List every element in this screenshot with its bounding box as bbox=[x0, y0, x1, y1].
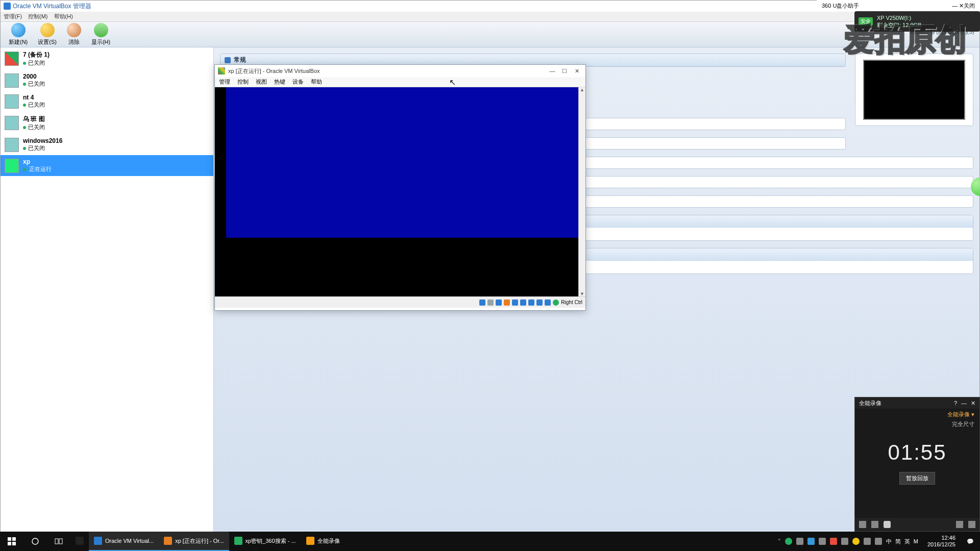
start-button[interactable] bbox=[0, 532, 23, 551]
vm-statusbar: Right Ctrl bbox=[215, 296, 585, 308]
vm-maximize-button[interactable]: ☐ bbox=[559, 66, 570, 76]
preview-thumbnail bbox=[863, 60, 965, 120]
tray-sync-icon[interactable] bbox=[807, 538, 815, 545]
recorder-titlebar[interactable]: 全能录像 ? — ✕ bbox=[855, 397, 979, 409]
vm-menubar[interactable]: 管理 控制 视图 热键 设备 帮助 bbox=[215, 77, 585, 87]
usb-helper-title: 360 U盘小助手 bbox=[822, 2, 859, 10]
svg-rect-1 bbox=[12, 537, 16, 541]
recorder-list-icon[interactable] bbox=[968, 521, 975, 528]
vm-list[interactable]: 7 (备份 1) 已关闭 2000 已关闭 nt 4 已关闭 乌 班 图 已关闭… bbox=[1, 47, 214, 536]
menu-file[interactable]: 管理(F) bbox=[4, 13, 22, 20]
toolbar-new-button[interactable]: 新建(N) bbox=[4, 22, 33, 47]
recorder-mode-dropdown[interactable]: 全能录像 ▾ bbox=[855, 409, 979, 420]
svg-rect-2 bbox=[8, 542, 11, 545]
vm-menu-manage[interactable]: 管理 bbox=[219, 78, 230, 86]
usb-drive-space: 剩余空间: 12.9GB bbox=[877, 21, 921, 29]
vm-scrollbar[interactable] bbox=[578, 87, 585, 296]
section-general[interactable]: 常规 bbox=[234, 56, 246, 64]
recorder-settings-icon[interactable] bbox=[956, 521, 963, 528]
vm-menu-help[interactable]: 帮助 bbox=[311, 78, 322, 86]
recorder-minimize-button[interactable]: — bbox=[961, 400, 967, 407]
taskbar-app[interactable]: xp密钥_360搜索 - ... bbox=[229, 532, 301, 551]
status-hd-icon[interactable] bbox=[479, 299, 485, 306]
svg-rect-5 bbox=[55, 539, 58, 544]
vm-list-item[interactable]: 7 (备份 1) 已关闭 bbox=[1, 47, 213, 70]
status-record-icon[interactable] bbox=[528, 299, 534, 306]
tray-cloud-icon[interactable] bbox=[819, 538, 826, 545]
tray-volume-icon[interactable] bbox=[875, 538, 882, 545]
task-view-button[interactable] bbox=[47, 532, 70, 551]
vm-os-icon bbox=[5, 138, 19, 152]
tray-360-icon[interactable] bbox=[852, 538, 860, 545]
tray-shield-icon[interactable] bbox=[830, 538, 837, 545]
vm-menu-view[interactable]: 视图 bbox=[256, 78, 267, 86]
vm-list-item[interactable]: 2000 已关闭 bbox=[1, 70, 213, 91]
status-keyboard-icon[interactable] bbox=[553, 299, 559, 306]
new-icon bbox=[11, 23, 26, 37]
vm-menu-devices[interactable]: 设备 bbox=[292, 78, 304, 86]
vm-guest-screen[interactable] bbox=[226, 87, 578, 238]
menu-help[interactable]: 帮助(H) bbox=[54, 13, 73, 20]
vm-list-item[interactable]: 乌 班 图 已关闭 bbox=[1, 112, 213, 134]
vm-state: ▶ 正在运行 bbox=[23, 165, 52, 173]
toolbar-discard-button[interactable]: 清除 bbox=[62, 22, 86, 47]
vm-name: 7 (备份 1) bbox=[23, 51, 50, 59]
vm-menu-control[interactable]: 控制 bbox=[237, 78, 249, 86]
vm-minimize-button[interactable]: — bbox=[547, 66, 558, 76]
vm-list-item[interactable]: windows2016 已关闭 bbox=[1, 134, 213, 155]
status-net-icon[interactable] bbox=[504, 299, 510, 306]
screen-recorder-panel[interactable]: 全能录像 ? — ✕ 全能录像 ▾ 完全尺寸 01:55 暂放回放 bbox=[854, 397, 980, 532]
status-mouse-icon[interactable] bbox=[545, 299, 551, 306]
recorder-pause-button[interactable]: 暂放回放 bbox=[899, 472, 935, 485]
recorder-help-button[interactable]: ? bbox=[954, 400, 957, 407]
action-center-button[interactable]: 💬 bbox=[964, 532, 977, 551]
menu-machine[interactable]: 控制(M) bbox=[28, 13, 48, 20]
recorder-time: 01:55 bbox=[855, 430, 979, 472]
recorder-tag-icon[interactable] bbox=[871, 521, 878, 528]
vm-running-window[interactable]: xp [正在运行] - Oracle VM VirtualBox — ☐ ✕ 管… bbox=[214, 64, 586, 311]
vm-list-item[interactable]: xp ▶ 正在运行 bbox=[1, 155, 213, 176]
recorder-close-button[interactable]: ✕ bbox=[971, 400, 975, 407]
status-display-icon[interactable] bbox=[520, 299, 526, 306]
windows-taskbar[interactable]: Oracle VM Virtual...xp [正在运行] - Or...xp密… bbox=[0, 532, 980, 551]
taskbar-app[interactable]: 全能录像 bbox=[301, 532, 345, 551]
tray-chevron[interactable]: ˄ bbox=[778, 538, 781, 545]
status-cpu-icon[interactable] bbox=[536, 299, 543, 306]
system-tray[interactable]: ˄ 中 简 英 M 12:46 2016/12/25 💬 bbox=[775, 532, 980, 551]
toolbar-settings-button[interactable]: 设置(S) bbox=[33, 22, 62, 47]
status-shared-icon[interactable] bbox=[512, 299, 518, 306]
cortana-button[interactable] bbox=[23, 532, 47, 551]
recorder-camera-icon[interactable] bbox=[884, 521, 891, 528]
taskbar-app-icon bbox=[164, 537, 172, 545]
general-icon bbox=[225, 57, 231, 63]
toolbar-show-button[interactable]: 显示(H) bbox=[86, 22, 115, 47]
manager-menubar[interactable]: 管理(F) 控制(M) 帮助(H) bbox=[1, 12, 979, 22]
settings-icon bbox=[40, 23, 55, 37]
taskbar-pinned-terminal[interactable] bbox=[70, 532, 89, 551]
usb-helper-bar[interactable]: 360 U盘小助手 — ✕关闭 bbox=[817, 0, 980, 11]
taskbar-app[interactable]: Oracle VM Virtual... bbox=[89, 532, 159, 551]
vm-state: 已关闭 bbox=[23, 123, 45, 131]
tray-ime[interactable]: 中 简 英 M bbox=[886, 538, 919, 545]
tray-app-icon[interactable] bbox=[796, 538, 803, 545]
taskbar-app[interactable]: xp [正在运行] - Or... bbox=[159, 532, 229, 551]
recorder-tool-icon[interactable] bbox=[859, 521, 866, 528]
tray-disk-icon[interactable] bbox=[841, 538, 848, 545]
tray-network-icon[interactable] bbox=[864, 538, 871, 545]
usb-info-widget[interactable]: 安全 XP V250W(I:) 剩余空间: 12.9GB bbox=[854, 11, 980, 32]
vm-list-item[interactable]: nt 4 已关闭 bbox=[1, 91, 213, 112]
status-cd-icon[interactable] bbox=[487, 299, 494, 306]
taskbar-app-label: Oracle VM Virtual... bbox=[105, 538, 154, 544]
manager-toolbar: 新建(N) 设置(S) 清除 显示(H) 明细(D) 备份[系统快照](S) bbox=[1, 22, 979, 47]
vm-close-button[interactable]: ✕ bbox=[571, 66, 582, 76]
vm-titlebar[interactable]: xp [正在运行] - Oracle VM VirtualBox — ☐ ✕ bbox=[215, 65, 585, 77]
tray-security-icon[interactable] bbox=[785, 538, 792, 545]
vm-menu-input[interactable]: 热键 bbox=[274, 78, 285, 86]
status-usb-icon[interactable] bbox=[496, 299, 502, 306]
svg-rect-6 bbox=[59, 539, 62, 544]
usb-safe-badge: 安全 bbox=[859, 17, 873, 26]
vm-display-area[interactable] bbox=[215, 87, 585, 296]
taskbar-clock[interactable]: 12:46 2016/12/25 bbox=[923, 535, 960, 548]
recorder-size-label: 完全尺寸 bbox=[855, 420, 979, 430]
usb-helper-close[interactable]: — ✕关闭 bbox=[952, 2, 975, 10]
